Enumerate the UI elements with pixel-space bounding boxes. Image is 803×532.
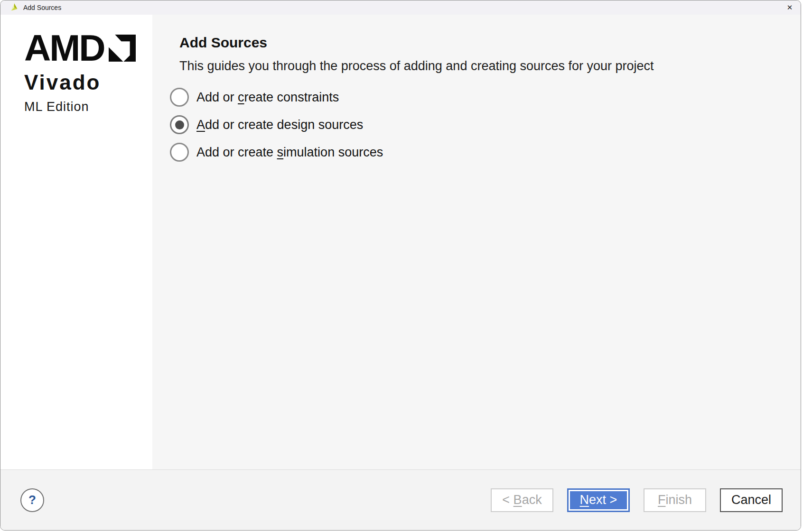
dialog-body: AMD Vivado ML Edition Add Sources This g…: [0, 15, 801, 469]
wizard-page: Add Sources This guides you through the …: [152, 15, 801, 469]
amd-arrow-icon: [109, 35, 136, 62]
radio-option-design-sources[interactable]: Add or create design sources: [170, 114, 772, 135]
add-sources-dialog: Add Sources ✕ AMD Vivado ML Edition Add …: [0, 0, 801, 531]
page-title: Add Sources: [179, 35, 772, 51]
radio-label-simulation-sources: Add or create simulation sources: [196, 145, 383, 160]
mnemonic-letter: s: [277, 145, 284, 159]
help-button[interactable]: ?: [20, 488, 44, 512]
cancel-button[interactable]: Cancel: [720, 488, 783, 512]
label-part: ext >: [589, 493, 617, 507]
next-button[interactable]: Next >: [567, 488, 630, 512]
label-part: Add or create: [196, 145, 277, 159]
label-part: Cancel: [731, 493, 771, 507]
label-part: <: [502, 493, 513, 507]
help-icon: ?: [28, 493, 36, 507]
dialog-footer: ? < Back Next > Finish Cancel: [0, 469, 801, 530]
window-title: Add Sources: [23, 4, 61, 11]
label-part: reate constraints: [244, 90, 339, 104]
mnemonic-letter: B: [514, 493, 522, 507]
label-part: imulation sources: [283, 145, 383, 159]
finish-button[interactable]: Finish: [644, 488, 706, 512]
vivado-logo-icon: [9, 3, 19, 12]
radio-option-constraints[interactable]: Add or create constraints: [170, 87, 772, 108]
vivado-wordmark: Vivado: [24, 71, 152, 94]
action-buttons: < Back Next > Finish Cancel: [491, 488, 783, 512]
label-part: ack: [522, 493, 542, 507]
titlebar[interactable]: Add Sources ✕: [0, 0, 801, 15]
sidebar-branding: AMD Vivado ML Edition: [0, 15, 152, 469]
label-part: Add or: [196, 90, 238, 104]
label-part: dd or create design sources: [205, 118, 363, 132]
mnemonic-letter: c: [238, 90, 244, 104]
close-button[interactable]: ✕: [779, 0, 801, 15]
close-icon: ✕: [787, 3, 793, 12]
radio-label-design-sources: Add or create design sources: [196, 118, 363, 132]
amd-logo-text: AMD: [24, 35, 104, 62]
radio-circle-constraints[interactable]: [170, 88, 189, 107]
radio-label-constraints: Add or create constraints: [196, 90, 339, 105]
radio-circle-design-sources[interactable]: [170, 115, 189, 134]
mnemonic-letter: F: [658, 493, 666, 507]
back-button[interactable]: < Back: [491, 488, 553, 512]
label-part: inish: [665, 493, 692, 507]
source-type-options: Add or create constraints Add or create …: [170, 87, 772, 163]
mnemonic-letter: A: [196, 118, 205, 132]
page-description: This guides you through the process of a…: [179, 58, 772, 73]
radio-option-simulation-sources[interactable]: Add or create simulation sources: [170, 142, 772, 163]
edition-label: ML Edition: [24, 100, 152, 114]
amd-logo: AMD: [24, 35, 152, 62]
radio-circle-simulation-sources[interactable]: [170, 143, 189, 162]
mnemonic-letter: N: [580, 493, 589, 507]
